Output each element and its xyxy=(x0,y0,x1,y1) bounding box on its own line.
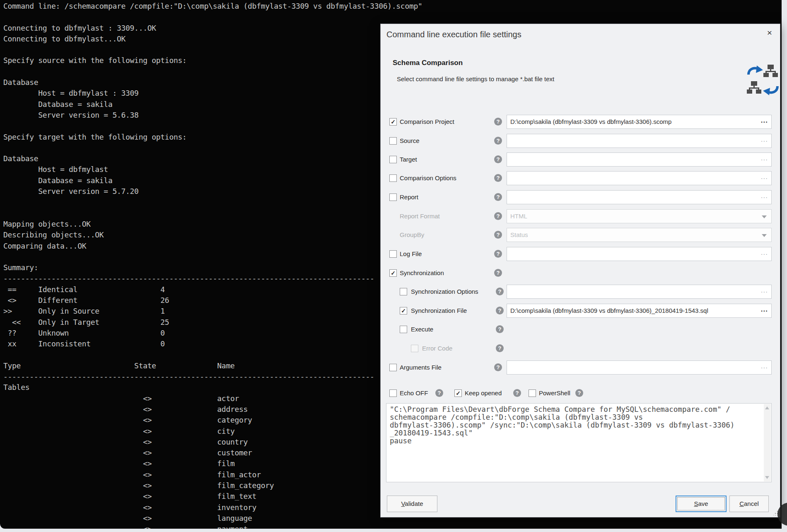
synchronization-file-field[interactable]: D:\comp\sakila (dbfmylast-3309 vs dbfmyl… xyxy=(507,304,772,318)
echo-off-checkbox[interactable] xyxy=(389,389,397,397)
close-icon[interactable]: × xyxy=(764,27,775,38)
row-synchronization-file: ✓ Synchronization File ? D:\comp\sakila … xyxy=(381,304,780,318)
browse-icon[interactable]: ... xyxy=(761,303,768,316)
validate-button[interactable]: Validate xyxy=(387,496,437,512)
row-arguments-file: Arguments File ? ... xyxy=(381,360,780,375)
execute-checkbox[interactable] xyxy=(400,326,407,333)
comparison-project-field[interactable]: D:\comp\sakila (dbfmylast-3309 vs dbfmyl… xyxy=(507,115,772,129)
section-subtitle: Select command line file settings to man… xyxy=(397,75,554,82)
help-icon[interactable]: ? xyxy=(494,155,502,163)
help-icon[interactable]: ? xyxy=(494,174,502,182)
row-groupby: GroupBy ? Status xyxy=(381,228,780,242)
chevron-down-icon xyxy=(762,234,767,237)
chevron-down-icon xyxy=(762,215,767,218)
help-icon[interactable]: ? xyxy=(496,344,504,352)
synchronization-checkbox[interactable]: ✓ xyxy=(389,269,397,277)
browse-icon[interactable]: ... xyxy=(761,114,768,127)
keep-opened-label: Keep opened xyxy=(465,386,502,400)
help-icon[interactable]: ? xyxy=(575,389,583,397)
scroll-down-icon[interactable] xyxy=(765,476,769,479)
error-code-checkbox xyxy=(411,345,418,352)
synchronization-file-checkbox[interactable]: ✓ xyxy=(400,307,407,314)
keep-opened-checkbox[interactable]: ✓ xyxy=(454,389,462,397)
target-checkbox[interactable] xyxy=(389,156,397,163)
help-icon[interactable]: ? xyxy=(494,193,502,201)
scroll-up-icon[interactable] xyxy=(765,406,769,409)
log-file-label: Log File xyxy=(400,247,422,261)
browse-icon[interactable]: ... xyxy=(761,170,768,184)
error-code-label: Error Code xyxy=(422,341,452,355)
comparison-options-field[interactable]: ... xyxy=(507,171,772,185)
report-field[interactable]: ... xyxy=(507,190,772,204)
browse-icon[interactable]: ... xyxy=(761,246,768,259)
target-field[interactable]: ... xyxy=(507,152,772,167)
source-field[interactable]: ... xyxy=(507,134,772,148)
help-icon[interactable]: ? xyxy=(494,250,502,258)
help-icon[interactable]: ? xyxy=(494,269,502,277)
browse-icon[interactable]: ... xyxy=(761,133,768,146)
report-checkbox[interactable] xyxy=(389,193,397,201)
bat-file-text-box[interactable]: "C:\Program Files\Devart\dbForge Schema … xyxy=(386,403,772,482)
row-comparison-options: Comparison Options ? ... xyxy=(381,171,780,185)
synchronization-options-field[interactable]: ... xyxy=(507,285,772,299)
help-icon[interactable]: ? xyxy=(494,137,502,145)
browse-icon[interactable]: ... xyxy=(761,284,768,297)
report-format-label: Report Format xyxy=(400,209,440,223)
help-icon[interactable]: ? xyxy=(494,231,502,239)
row-synchronization-options: Synchronization Options ? ... xyxy=(381,285,780,299)
bat-file-text: "C:\Program Files\Devart\dbForge Schema … xyxy=(386,404,771,447)
arguments-file-field[interactable]: ... xyxy=(507,360,772,375)
report-label: Report xyxy=(400,190,418,204)
synchronization-file-label: Synchronization File xyxy=(411,304,467,318)
row-execute: Execute ? xyxy=(381,322,780,336)
source-checkbox[interactable] xyxy=(389,137,397,145)
help-icon[interactable]: ? xyxy=(513,389,521,397)
browse-icon[interactable]: ... xyxy=(761,360,768,373)
echo-off-label: Echo OFF xyxy=(400,386,428,400)
screen: { "console": { "lines": [ "Command line:… xyxy=(0,0,787,532)
groupby-label: GroupBy xyxy=(400,228,424,242)
row-log-file: Log File ? ... xyxy=(381,247,780,261)
target-label: Target xyxy=(400,152,417,167)
cancel-button[interactable]: Cancel xyxy=(729,496,769,512)
section-heading: Schema Comparison xyxy=(393,59,463,67)
scrollbar[interactable] xyxy=(764,404,771,481)
row-comparison-project: ✓ Comparison Project ? D:\comp\sakila (d… xyxy=(381,115,780,129)
row-synchronization: ✓ Synchronization ? xyxy=(381,266,780,280)
help-icon[interactable]: ? xyxy=(496,307,504,314)
execute-label: Execute xyxy=(411,322,433,336)
row-error-code: Error Code ? xyxy=(381,341,780,355)
row-source: Source ? ... xyxy=(381,134,780,148)
help-icon[interactable]: ? xyxy=(494,118,502,126)
schema-comparison-icon xyxy=(746,63,780,99)
save-button[interactable]: Save xyxy=(676,496,727,512)
powershell-checkbox[interactable] xyxy=(529,389,536,397)
row-echo-options: Echo OFF ? ✓ Keep opened ? PowerShell ? xyxy=(381,386,780,400)
help-icon[interactable]: ? xyxy=(435,389,443,397)
comparison-options-label: Comparison Options xyxy=(400,171,456,185)
browse-icon[interactable]: ... xyxy=(761,189,768,203)
report-format-select: HTML xyxy=(507,209,772,223)
dialog-title: Command line execution file settings xyxy=(386,30,521,39)
log-file-checkbox[interactable] xyxy=(389,250,397,258)
help-icon[interactable]: ? xyxy=(496,325,504,333)
row-target: Target ? ... xyxy=(381,152,780,167)
arguments-file-checkbox[interactable] xyxy=(389,364,397,371)
synchronization-label: Synchronization xyxy=(400,266,444,280)
synchronization-options-checkbox[interactable] xyxy=(400,288,407,295)
row-report-format: Report Format ? HTML xyxy=(381,209,780,223)
comparison-options-checkbox[interactable] xyxy=(389,174,397,182)
help-icon[interactable]: ? xyxy=(494,363,502,371)
powershell-label: PowerShell xyxy=(539,386,570,400)
help-icon[interactable]: ? xyxy=(496,288,504,295)
row-report: Report ? ... xyxy=(381,190,780,204)
log-file-field[interactable]: ... xyxy=(507,247,772,261)
arguments-file-label: Arguments File xyxy=(400,360,442,375)
synchronization-options-label: Synchronization Options xyxy=(411,285,478,299)
groupby-select: Status xyxy=(507,228,772,242)
command-line-settings-dialog: Command line execution file settings × S… xyxy=(380,24,780,517)
source-label: Source xyxy=(400,134,420,148)
help-icon[interactable]: ? xyxy=(494,212,502,220)
comparison-project-checkbox[interactable]: ✓ xyxy=(389,118,397,126)
browse-icon[interactable]: ... xyxy=(761,152,768,165)
